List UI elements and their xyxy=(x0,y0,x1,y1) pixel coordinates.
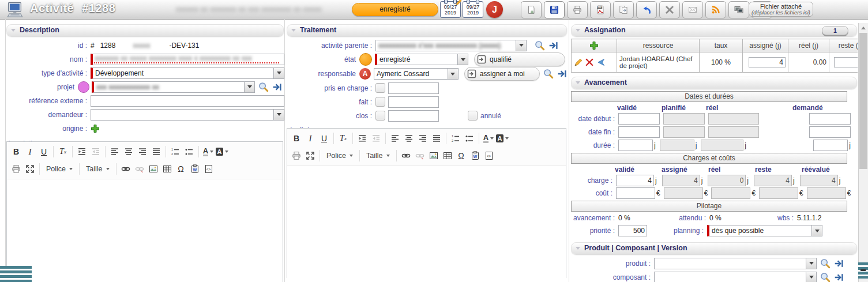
maximize-button[interactable] xyxy=(23,161,37,176)
add-assignment-icon[interactable] xyxy=(589,41,599,50)
duree-demande-input[interactable] xyxy=(813,140,848,151)
left-days-input[interactable] xyxy=(834,57,858,67)
scrollbar-thumb[interactable] xyxy=(859,33,867,169)
indent-button[interactable] xyxy=(75,144,89,159)
demandeur-select[interactable] xyxy=(91,109,284,121)
projet-goto-icon[interactable] xyxy=(272,82,283,92)
undo-button[interactable] xyxy=(636,1,657,18)
composant-goto-icon[interactable] xyxy=(834,272,844,282)
responsable-search-icon[interactable] xyxy=(543,69,554,79)
delete-assignment-icon[interactable] xyxy=(585,58,594,67)
cout-valide-input[interactable] xyxy=(616,187,655,199)
qualify-button[interactable]: qualifié xyxy=(474,52,565,66)
assign-to-me-button[interactable]: assigner à moi xyxy=(464,67,540,81)
link-button[interactable] xyxy=(399,148,413,163)
bottom-left-resize-handle[interactable] xyxy=(0,266,32,282)
pdf-export-button[interactable] xyxy=(590,1,611,18)
responsable-goto-icon[interactable] xyxy=(557,69,568,79)
source-button[interactable] xyxy=(482,148,496,163)
size-dropdown[interactable]: Taille xyxy=(82,161,114,176)
align-left-button[interactable] xyxy=(388,131,402,146)
image-button[interactable] xyxy=(146,161,160,176)
activite-parente-select[interactable]: xxxxxxxxxxx x'xxx xxxxxxxxxxxx (xxxxx) xyxy=(375,40,527,51)
scrollbar-up-arrow-icon[interactable] xyxy=(859,23,868,32)
composant-select[interactable] xyxy=(654,272,817,282)
description-editor-body[interactable] xyxy=(7,179,283,282)
ordered-list-button[interactable] xyxy=(449,131,463,146)
align-center-button[interactable] xyxy=(122,144,136,159)
rss-subscribe-button[interactable] xyxy=(705,1,726,18)
new-button[interactable] xyxy=(521,1,542,18)
print-doc-button[interactable] xyxy=(290,148,303,163)
fait-checkbox[interactable] xyxy=(375,97,385,107)
reference-externe-input[interactable] xyxy=(91,95,284,107)
align-right-button[interactable] xyxy=(136,144,149,159)
section-header-description[interactable]: Description xyxy=(6,24,284,36)
remove-format-button[interactable]: Tx xyxy=(56,144,70,159)
remove-format-button[interactable]: Tx xyxy=(336,131,350,146)
pris-en-charge-checkbox[interactable] xyxy=(375,83,385,93)
section-header-produit[interactable]: Produit | Composant | Version xyxy=(571,242,857,254)
date-fin-valide-input[interactable] xyxy=(618,126,660,138)
vertical-scrollbar[interactable] xyxy=(858,23,868,282)
share-assignment-icon[interactable] xyxy=(596,58,606,67)
underline-button[interactable]: U xyxy=(317,131,331,146)
outdent-button[interactable] xyxy=(369,131,383,146)
background-color-button[interactable]: A xyxy=(495,131,509,146)
bold-button[interactable]: B xyxy=(9,144,23,159)
clos-date-input[interactable] xyxy=(388,110,439,122)
font-dropdown[interactable]: Police xyxy=(42,161,77,176)
delete-button[interactable] xyxy=(659,1,680,18)
edit-assignment-icon[interactable] xyxy=(574,58,583,67)
print-doc-button[interactable] xyxy=(9,161,23,176)
paste-word-button[interactable] xyxy=(188,161,202,176)
start-date-calendar-icon[interactable]: 09/27 2019 xyxy=(440,1,461,18)
bottom-right-resize-handle[interactable] xyxy=(858,262,868,279)
text-color-button[interactable]: A xyxy=(482,131,495,146)
email-button[interactable] xyxy=(682,1,703,18)
special-char-button[interactable]: Ω xyxy=(454,148,468,163)
planning-select[interactable]: dès que possible xyxy=(707,225,822,236)
produit-select[interactable] xyxy=(654,258,817,269)
unlink-button[interactable] xyxy=(413,148,427,163)
date-fin-demande-input[interactable] xyxy=(809,126,851,138)
link-button[interactable] xyxy=(119,161,133,176)
size-dropdown[interactable]: Taille xyxy=(362,148,394,163)
italic-button[interactable]: I xyxy=(303,131,317,146)
add-origine-icon[interactable] xyxy=(91,124,100,133)
table-button[interactable] xyxy=(441,148,454,163)
projet-search-icon[interactable] xyxy=(258,82,269,92)
section-header-traitement[interactable]: Traitement xyxy=(287,24,567,36)
indent-button[interactable] xyxy=(355,131,369,146)
projet-select[interactable]: xxx xxxxxxxxxxxx xx xyxy=(92,81,255,93)
image-button[interactable] xyxy=(427,148,441,163)
align-right-button[interactable] xyxy=(416,131,430,146)
outdent-button[interactable] xyxy=(89,144,103,159)
resultat-editor-body[interactable] xyxy=(287,166,566,282)
underline-button[interactable]: U xyxy=(37,144,51,159)
italic-button[interactable]: I xyxy=(23,144,37,159)
description-editor[interactable]: B I U Tx A A Police Taille xyxy=(6,141,283,282)
resultat-editor[interactable]: B I U Tx A A Police Taille xyxy=(287,128,566,278)
annule-checkbox[interactable] xyxy=(468,111,478,121)
charge-valide-input[interactable] xyxy=(616,175,654,186)
font-dropdown[interactable]: Police xyxy=(322,148,357,163)
copy-button[interactable] xyxy=(613,1,634,18)
parente-goto-icon[interactable] xyxy=(548,40,559,51)
fait-date-input[interactable] xyxy=(388,96,439,108)
text-color-button[interactable]: A xyxy=(201,144,215,159)
maximize-button[interactable] xyxy=(303,148,317,163)
attach-file-button[interactable]: Fichier attaché (déplacer les fichiers i… xyxy=(749,2,813,17)
pris-en-charge-date-input[interactable] xyxy=(388,82,439,94)
bullet-list-button[interactable] xyxy=(463,131,476,146)
align-justify-button[interactable] xyxy=(430,131,444,146)
source-button[interactable] xyxy=(202,161,216,176)
section-header-assignation[interactable]: Assignation 1 xyxy=(571,24,857,36)
bold-button[interactable]: B xyxy=(290,131,303,146)
table-button[interactable] xyxy=(160,161,174,176)
duree-valide-input[interactable] xyxy=(618,140,653,151)
ordered-list-button[interactable] xyxy=(168,144,182,159)
checklist-screens-button[interactable] xyxy=(728,1,749,18)
save-button[interactable] xyxy=(544,1,565,18)
composant-search-icon[interactable] xyxy=(820,272,831,282)
